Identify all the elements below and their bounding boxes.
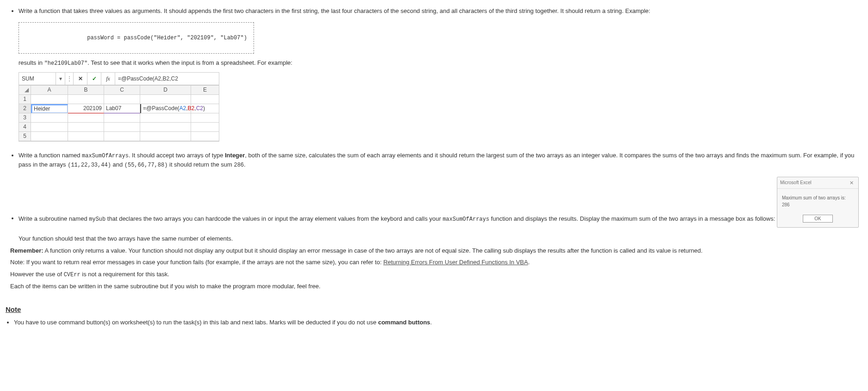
- msgbox-screenshot: Microsoft Excel ✕ Maximum sum of two arr…: [777, 177, 859, 228]
- cell-E1[interactable]: [191, 95, 219, 104]
- cell-B4[interactable]: [68, 123, 104, 132]
- row-header-2[interactable]: 2: [19, 104, 31, 113]
- cell-B5[interactable]: [68, 132, 104, 141]
- msgbox-body: Maximum sum of two arrays is: 286: [777, 189, 858, 211]
- note-error-line: Note: If you want to return real error m…: [10, 258, 862, 267]
- excel-row-5: 5: [19, 132, 219, 141]
- col-header-A[interactable]: A: [31, 86, 68, 95]
- arr2: (55,66,77,88): [124, 162, 168, 168]
- excel-row-2: 2 Heider 202109 Lab07 =@PassCode(A2,B2,C…: [19, 104, 219, 113]
- note-bullet: You have to use command button(s) on wor…: [14, 318, 862, 327]
- select-all-corner[interactable]: ◢: [19, 86, 31, 95]
- excel-row-4: 4: [19, 123, 219, 132]
- command-buttons-bold: command buttons: [378, 319, 430, 326]
- cell-E2[interactable]: [191, 104, 219, 113]
- namebox-dropdown-icon[interactable]: ▾: [56, 73, 65, 85]
- vba-errors-link[interactable]: Returning Errors From User Defined Funct…: [383, 259, 528, 266]
- cell-D2[interactable]: =@PassCode(A2,B2,C2): [140, 104, 191, 113]
- cell-D4[interactable]: [140, 123, 191, 132]
- row-header-3[interactable]: 3: [19, 113, 31, 123]
- cell-C5[interactable]: [104, 132, 140, 141]
- cell-B1[interactable]: [68, 95, 104, 104]
- bullet-mysub: Write a subroutine named mySub that decl…: [19, 172, 862, 243]
- confirm-icon[interactable]: ✓: [87, 73, 101, 85]
- ok-button[interactable]: OK: [803, 215, 832, 223]
- cell-E5[interactable]: [191, 132, 219, 141]
- each-items-line: Each of the items can be written in the …: [10, 282, 862, 291]
- excel-row-3: 3: [19, 113, 219, 123]
- msgbox-titlebar: Microsoft Excel ✕: [777, 177, 858, 189]
- cell-A3[interactable]: [31, 113, 68, 123]
- excel-screenshot: SUM ▾ ⋮ ✕ ✓ fx =@PassCode(A2,B2,C2 ◢ A B…: [19, 72, 219, 142]
- remember-label: Remember:: [10, 247, 43, 254]
- code-block-passcode: passWord = passCode("Heider", "202109", …: [19, 22, 254, 54]
- excel-formula-bar: SUM ▾ ⋮ ✕ ✓ fx =@PassCode(A2,B2,C2: [19, 73, 219, 85]
- bullet-maxsum: Write a function named maxSumOfArrays. I…: [19, 151, 862, 169]
- result-code: "he2109Lab07": [44, 60, 88, 67]
- however-line: However the use of CVErr is not a requir…: [10, 270, 862, 279]
- cell-B3[interactable]: [68, 113, 104, 123]
- vertical-dots-icon: ⋮: [65, 73, 74, 85]
- fn-maxsum-ref: maxSumOfArrays: [443, 216, 490, 222]
- row-header-5[interactable]: 5: [19, 132, 31, 141]
- col-header-D[interactable]: D: [140, 86, 191, 95]
- after-msgbox-text: Your function should test that the two a…: [19, 234, 862, 243]
- msgbox-title: Microsoft Excel: [780, 179, 812, 186]
- type-integer: Integer: [225, 152, 245, 159]
- fn-maxsum: maxSumOfArrays: [82, 153, 129, 159]
- excel-row-1: 1: [19, 95, 219, 104]
- cell-A4[interactable]: [31, 123, 68, 132]
- cell-A2[interactable]: Heider: [31, 104, 68, 113]
- row-header-4[interactable]: 4: [19, 123, 31, 132]
- col-header-C[interactable]: C: [104, 86, 140, 95]
- row-header-1[interactable]: 1: [19, 95, 31, 104]
- excel-column-headers: ◢ A B C D E: [19, 85, 219, 95]
- cell-C2[interactable]: Lab07: [104, 104, 140, 113]
- cell-D3[interactable]: [140, 113, 191, 123]
- cell-E3[interactable]: [191, 113, 219, 123]
- col-header-E[interactable]: E: [191, 86, 219, 95]
- fx-icon[interactable]: fx: [101, 73, 115, 85]
- cell-D5[interactable]: [140, 132, 191, 141]
- cell-A1[interactable]: [31, 95, 68, 104]
- cell-C3[interactable]: [104, 113, 140, 123]
- remember-paragraph: Remember: A function only returns a valu…: [10, 246, 862, 255]
- arr1: (11,22,33,44): [68, 162, 111, 168]
- excel-namebox[interactable]: SUM: [19, 73, 56, 85]
- formula-input[interactable]: =@PassCode(A2,B2,C2: [115, 73, 219, 85]
- sum-286: 286: [234, 162, 244, 168]
- bullet-passcode: Write a function that takes three values…: [19, 6, 862, 148]
- cancel-icon[interactable]: ✕: [74, 73, 87, 85]
- fn-mysub: mySub: [89, 216, 105, 222]
- cverr-code: CVErr: [64, 272, 81, 278]
- bullet-passcode-text: Write a function that takes three values…: [19, 7, 650, 14]
- col-header-B[interactable]: B: [68, 86, 104, 95]
- cell-C1[interactable]: [104, 95, 140, 104]
- cell-A5[interactable]: [31, 132, 68, 141]
- close-icon[interactable]: ✕: [848, 179, 856, 187]
- results-line: results in "he2109Lab07". Test to see th…: [19, 58, 862, 68]
- cell-C4[interactable]: [104, 123, 140, 132]
- cell-D1[interactable]: [140, 95, 191, 104]
- cell-B2[interactable]: 202109: [68, 104, 104, 113]
- cell-E4[interactable]: [191, 123, 219, 132]
- note-heading: Note: [6, 304, 862, 315]
